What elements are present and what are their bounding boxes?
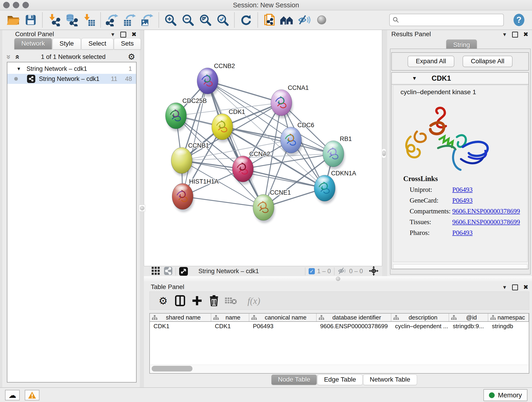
- share-view-icon[interactable]: [164, 267, 172, 276]
- collapse-all-button[interactable]: Collapse All: [462, 56, 513, 67]
- column-header-description[interactable]: description: [391, 313, 449, 321]
- zoom-selected-button[interactable]: [215, 13, 230, 27]
- home-button[interactable]: [280, 13, 294, 27]
- clear-table-icon[interactable]: [224, 294, 238, 307]
- tab-node-table[interactable]: Node Table: [271, 375, 317, 385]
- hidden-eye-icon[interactable]: [338, 267, 347, 276]
- network-canvas[interactable]: CCNB2CCNA1CDC25BCDK1CDC6RB1CCNB1CCNA2CDK…: [144, 30, 382, 266]
- panel-splitter-grip[interactable]: [382, 148, 386, 158]
- tab-style[interactable]: Style: [52, 38, 81, 50]
- network-collection-row[interactable]: ▼ String Network – cdk1 1: [7, 64, 136, 74]
- open-session-button[interactable]: [6, 13, 20, 27]
- float-panel-icon[interactable]: [512, 284, 518, 290]
- column-header-database-identifier[interactable]: database identifier: [317, 313, 392, 321]
- panel-menu-icon[interactable]: ▼: [110, 32, 115, 37]
- export-image-button[interactable]: [140, 13, 154, 27]
- expand-all-button[interactable]: Expand All: [408, 56, 454, 67]
- search-field[interactable]: [389, 14, 504, 26]
- column-header-namespac[interactable]: namespac: [488, 313, 529, 321]
- table-cell[interactable]: stringdb: [488, 322, 529, 331]
- table-cell[interactable]: CDK1: [150, 322, 211, 331]
- panel-menu-icon[interactable]: ▼: [502, 32, 507, 37]
- update-button[interactable]: [239, 13, 253, 27]
- close-panel-icon[interactable]: ✖: [523, 32, 528, 38]
- network-node-CCNB2[interactable]: CCNB2: [197, 63, 235, 96]
- crosslink-link[interactable]: P06493: [452, 197, 473, 204]
- column-header-@id[interactable]: @id: [449, 313, 488, 321]
- table-cell[interactable]: CDK1: [211, 322, 249, 331]
- horizontal-splitter[interactable]: [144, 276, 532, 282]
- crosslink-link[interactable]: 9606.ENSP00000378699: [452, 207, 520, 215]
- import-network-file-button[interactable]: [47, 13, 61, 27]
- column-header-name[interactable]: name: [211, 313, 249, 321]
- table-horizontal-scrollbar[interactable]: [150, 365, 528, 373]
- network-node-RB1[interactable]: RB1: [323, 135, 352, 169]
- collapse-triangle-icon[interactable]: ▼: [17, 66, 21, 71]
- tab-sets[interactable]: Sets: [114, 38, 141, 50]
- close-panel-icon[interactable]: ✖: [523, 284, 528, 290]
- scrollbar-thumb[interactable]: [152, 366, 192, 371]
- add-column-icon[interactable]: [190, 294, 204, 307]
- network-row-selected[interactable]: String Network – cdk1 11 48: [7, 74, 136, 84]
- network-graph[interactable]: CCNB2CCNA1CDC25BCDK1CDC6RB1CCNB1CCNA2CDK…: [144, 30, 382, 266]
- import-network-database-button[interactable]: [64, 13, 79, 27]
- network-node-CCNE1[interactable]: CCNE1: [253, 189, 291, 223]
- search-input[interactable]: [399, 16, 500, 24]
- column-header-canonical-name[interactable]: canonical name: [249, 313, 317, 321]
- table-row[interactable]: CDK1CDK1P064939606.ENSP00000378699cyclin…: [150, 322, 529, 331]
- results-scrollbar[interactable]: [393, 264, 527, 269]
- close-panel-icon[interactable]: ✖: [131, 32, 137, 38]
- selected-checkbox[interactable]: ✓: [309, 268, 315, 274]
- tab-edge-table[interactable]: Edge Table: [317, 375, 363, 385]
- save-session-button[interactable]: [24, 13, 38, 27]
- memory-button[interactable]: Memory: [483, 389, 527, 401]
- hide-panels-button[interactable]: [297, 13, 311, 27]
- table-cell[interactable]: 9606.ENSP00000378699: [317, 322, 392, 331]
- collapse-entry-icon[interactable]: ▼: [412, 75, 417, 81]
- zoom-fit-button[interactable]: [198, 13, 212, 27]
- table-cell[interactable]: P06493: [249, 322, 317, 331]
- network-edge[interactable]: [208, 81, 264, 207]
- crosslink-row: Compartments:9606.ENSP00000378699: [410, 206, 524, 217]
- help-button[interactable]: ?: [512, 13, 526, 27]
- network-node-CDC6[interactable]: CDC6: [280, 122, 314, 156]
- cloud-button[interactable]: ☁: [5, 390, 20, 400]
- function-icon[interactable]: f(x): [241, 294, 266, 307]
- node-table[interactable]: shared namenamecanonical namedatabase id…: [149, 313, 529, 374]
- column-header-shared-name[interactable]: shared name: [150, 313, 211, 321]
- presentation-button[interactable]: [315, 13, 329, 27]
- table-cell[interactable]: cyclin–dependent ...: [391, 322, 449, 331]
- gear-icon[interactable]: ⚙: [128, 53, 135, 61]
- network-node-HIST1H1A[interactable]: HIST1H1A: [172, 178, 219, 212]
- expand-all-icon[interactable]: »: [12, 55, 21, 59]
- import-table-file-button[interactable]: [82, 13, 96, 27]
- open-in-browser-button[interactable]: [262, 13, 277, 27]
- crosslink-link[interactable]: P06493: [452, 229, 473, 236]
- zoom-in-button[interactable]: [163, 13, 177, 27]
- table-cell[interactable]: stringdb:9...: [449, 322, 488, 331]
- fit-crosshair-icon[interactable]: [369, 266, 379, 277]
- crosslink-link[interactable]: 9606.ENSP00000378699: [452, 218, 520, 226]
- tab-network[interactable]: Network: [14, 38, 52, 50]
- panel-menu-icon[interactable]: ▼: [502, 285, 507, 290]
- network-node-CCNA1[interactable]: CCNA1: [271, 84, 309, 118]
- float-panel-icon[interactable]: [120, 32, 126, 38]
- birdseye-icon[interactable]: [179, 267, 188, 276]
- columns-icon[interactable]: [173, 294, 187, 307]
- crosslink-link[interactable]: P06493: [452, 186, 473, 193]
- tab-network-table[interactable]: Network Table: [363, 375, 417, 385]
- zoom-out-button[interactable]: [181, 13, 195, 27]
- panel-splitter-grip[interactable]: [139, 205, 145, 211]
- warnings-button[interactable]: [25, 390, 39, 400]
- network-edge[interactable]: [183, 196, 264, 207]
- grid-view-icon[interactable]: [152, 267, 160, 276]
- float-panel-icon[interactable]: [512, 32, 518, 38]
- tab-select[interactable]: Select: [81, 38, 114, 50]
- network-edge[interactable]: [243, 169, 325, 188]
- gear-icon[interactable]: ⚙: [157, 294, 170, 307]
- export-network-button[interactable]: [105, 13, 119, 27]
- delete-icon[interactable]: [207, 294, 221, 307]
- node-label-RB1: RB1: [340, 135, 352, 142]
- network-node-CDKN1A[interactable]: CDKN1A: [314, 170, 356, 204]
- export-table-button[interactable]: [123, 13, 137, 27]
